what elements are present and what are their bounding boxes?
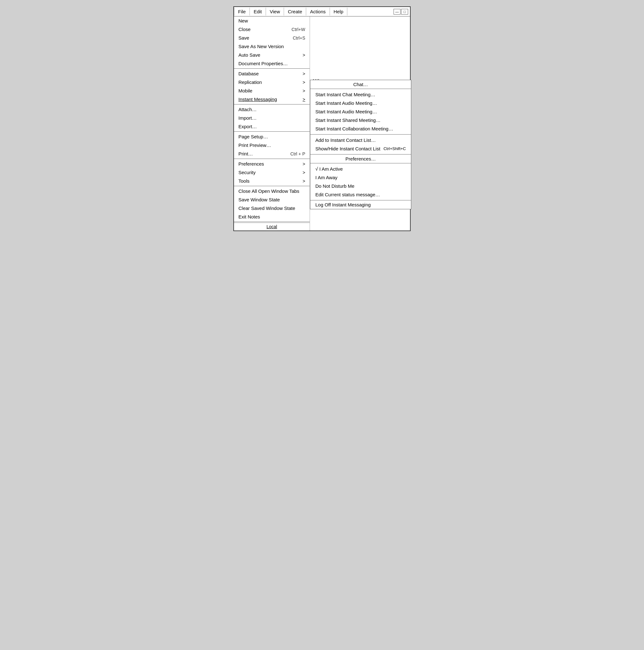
menu-bar: File Edit View Create Actions Help — □	[234, 7, 410, 16]
menu-item-exitnotes[interactable]: Exit Notes	[234, 212, 310, 221]
submenu-do-not-disturb[interactable]: Do Not Disturb Me	[310, 182, 411, 190]
menu-item-close-label: Close	[239, 27, 250, 32]
menu-item-preferences[interactable]: Preferences >	[234, 159, 310, 168]
submenu-i-am-away-label: I Am Away	[315, 175, 337, 180]
menu-item-close-shortcut: Ctrl+W	[292, 27, 305, 32]
submenu-start-shared-meeting-label: Start Instant Shared Meeting…	[315, 117, 381, 123]
menu-item-new[interactable]: New	[234, 16, 310, 25]
menu-item-savewindowstate-label: Save Window State	[239, 197, 280, 202]
submenu-showhide-contact[interactable]: Show/Hide Instant Contact List Ctrl+Shif…	[310, 144, 411, 153]
menu-item-database[interactable]: Database >	[234, 69, 310, 78]
menu-item-replication[interactable]: Replication >	[234, 78, 310, 86]
menu-item-mobile-label: Mobile	[239, 88, 252, 94]
submenu-start-audio-meeting-2-label: Start Instant Audio Meeting…	[315, 109, 377, 114]
submenu-start-chat-meeting[interactable]: Start Instant Chat Meeting…	[310, 90, 411, 99]
menu-item-printpreview[interactable]: Print Preview…	[234, 141, 310, 149]
menu-edit[interactable]: Edit	[250, 8, 266, 15]
menu-view[interactable]: View	[266, 8, 284, 15]
mobile-arrow-icon: >	[303, 88, 305, 94]
menu-item-savewindowstate[interactable]: Save Window State	[234, 195, 310, 204]
menu-item-export-label: Export…	[239, 124, 257, 129]
menu-item-tools-label: Tools	[239, 178, 250, 184]
menu-item-close[interactable]: Close Ctrl+W	[234, 25, 310, 34]
menu-item-tools[interactable]: Tools >	[234, 177, 310, 185]
menu-item-pagesetup[interactable]: Page Setup…	[234, 132, 310, 141]
menu-item-print[interactable]: Print… Ctrl + P	[234, 149, 310, 158]
menu-item-attach-label: Attach…	[239, 107, 257, 112]
submenu-do-not-disturb-label: Do Not Disturb Me	[315, 183, 354, 189]
submenu-preferences-label: Preferences…	[346, 156, 376, 161]
submenu-add-contact[interactable]: Add to Instant Contact List…	[310, 136, 411, 144]
menu-item-docprops[interactable]: Document Properties…	[234, 59, 310, 68]
submenu-chat-label: Chat…	[353, 82, 368, 87]
autosave-arrow-icon: >	[303, 52, 305, 58]
menu-item-database-label: Database	[239, 71, 259, 76]
menu-item-printpreview-label: Print Preview…	[239, 142, 271, 148]
submenu-chat-header[interactable]: Chat…	[310, 80, 411, 88]
menu-item-clearsavedstate[interactable]: Clear Saved Window State	[234, 204, 310, 212]
submenu-edit-status-label: Edit Current status message…	[315, 192, 380, 197]
menu-item-attach[interactable]: Attach…	[234, 105, 310, 114]
submenu-edit-status[interactable]: Edit Current status message…	[310, 190, 411, 199]
divider-5	[234, 186, 310, 186]
menu-item-preferences-label: Preferences	[239, 161, 264, 167]
menu-item-save[interactable]: Save Ctrl+S	[234, 34, 310, 42]
menu-item-exitnotes-label: Exit Notes	[239, 214, 260, 219]
menu-item-clearsavedstate-label: Clear Saved Window State	[239, 206, 295, 211]
submenu-meetings-section: Start Instant Chat Meeting… Start Instan…	[310, 89, 411, 134]
menu-item-export[interactable]: Export…	[234, 122, 310, 131]
divider-2	[234, 104, 310, 105]
menu-create[interactable]: Create	[284, 8, 306, 15]
menu-item-new-label: New	[239, 18, 248, 24]
submenu-i-am-active-label: √ I Am Active	[315, 166, 343, 172]
window-controls: — □	[392, 9, 410, 14]
menu-item-autosave-label: Auto Save	[239, 52, 260, 58]
app-window: File Edit View Create Actions Help — □ N…	[234, 6, 410, 231]
submenu-logoff[interactable]: Log Off Instant Messaging	[310, 201, 411, 209]
menu-item-mobile[interactable]: Mobile >	[234, 86, 310, 95]
submenu-start-audio-meeting-2[interactable]: Start Instant Audio Meeting…	[310, 107, 411, 116]
menu-item-docprops-label: Document Properties…	[239, 61, 288, 66]
submenu-preferences-header[interactable]: Preferences…	[310, 154, 411, 163]
menu-item-closeallwindows-label: Close All Open Window Tabs	[239, 188, 299, 194]
menu-item-save-shortcut: Ctrl+S	[293, 35, 305, 40]
menu-item-saveasnew[interactable]: Save As New Version	[234, 42, 310, 51]
submenu-logoff-label: Log Off Instant Messaging	[315, 202, 371, 207]
replication-arrow-icon: >	[303, 80, 305, 85]
submenu-start-shared-meeting[interactable]: Start Instant Shared Meeting…	[310, 116, 411, 124]
submenu-add-contact-label: Add to Instant Contact List…	[315, 137, 376, 143]
submenu-contacts-section: Add to Instant Contact List… Show/Hide I…	[310, 135, 411, 154]
menu-item-instantmessaging-label: Instant Messaging	[239, 97, 277, 102]
submenu-start-audio-meeting-1[interactable]: Start Instant Audio Meeting…	[310, 99, 411, 107]
submenu-i-am-away[interactable]: I Am Away	[310, 173, 411, 182]
submenu-i-am-active[interactable]: √ I Am Active	[310, 165, 411, 173]
menu-item-instantmessaging[interactable]: Instant Messaging >	[234, 95, 310, 104]
menu-item-autosave[interactable]: Auto Save >	[234, 51, 310, 59]
database-arrow-icon: >	[303, 71, 305, 76]
primary-menu: New Close Ctrl+W Save Ctrl+S Save As New…	[234, 16, 310, 230]
menu-actions[interactable]: Actions	[306, 8, 330, 15]
menu-item-print-shortcut: Ctrl + P	[290, 151, 305, 156]
divider-4	[234, 158, 310, 159]
content-area: New Close Ctrl+W Save Ctrl+S Save As New…	[234, 16, 410, 230]
submenu-start-collab-meeting[interactable]: Start Instant Collaboration Meeting…	[310, 124, 411, 133]
security-arrow-icon: >	[303, 170, 305, 175]
menu-help[interactable]: Help	[330, 8, 348, 15]
menu-item-saveasnew-label: Save As New Version	[239, 44, 284, 49]
instantmessaging-arrow-icon: >	[303, 97, 305, 102]
maximize-button[interactable]: □	[401, 9, 408, 14]
menu-file[interactable]: File	[234, 8, 250, 15]
submenu-showhide-contact-label: Show/Hide Instant Contact List	[315, 146, 380, 151]
menu-item-closeallwindows[interactable]: Close All Open Window Tabs	[234, 187, 310, 195]
menu-item-save-label: Save	[239, 35, 249, 40]
submenu-start-audio-meeting-1-label: Start Instant Audio Meeting…	[315, 100, 377, 106]
minimize-button[interactable]: —	[394, 9, 400, 14]
menu-item-security[interactable]: Security >	[234, 168, 310, 177]
menu-item-import[interactable]: Import…	[234, 114, 310, 122]
submenu-panel: Chat… Start Instant Chat Meeting… Start …	[310, 80, 411, 209]
menu-item-pagesetup-label: Page Setup…	[239, 134, 268, 139]
status-bar: Local	[234, 223, 310, 230]
preferences-arrow-icon: >	[303, 161, 305, 167]
submenu-status-section: √ I Am Active I Am Away Do Not Disturb M…	[310, 164, 411, 200]
tools-arrow-icon: >	[303, 179, 305, 184]
